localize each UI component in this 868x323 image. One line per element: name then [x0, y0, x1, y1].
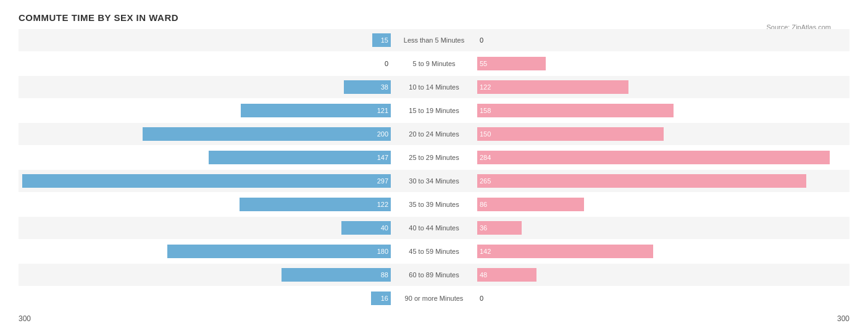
female-value: 48: [480, 271, 487, 279]
axis-labels: 300 300: [19, 314, 849, 323]
male-value: 180: [377, 248, 388, 255]
chart-title: COMMUTE TIME BY SEX IN WARD: [19, 12, 849, 23]
bar-container: 38 10 to 14 Minutes 122: [19, 76, 849, 98]
bar-label: 60 to 89 Minutes: [409, 271, 459, 279]
axis-left: 300: [19, 314, 31, 323]
female-value: 55: [480, 60, 487, 67]
female-value: 86: [480, 201, 487, 208]
left-section: 0: [19, 52, 391, 75]
right-section: 142: [477, 240, 849, 262]
bar-female: 284: [477, 151, 830, 164]
left-section: 38: [19, 76, 391, 98]
female-value: 122: [480, 83, 491, 91]
left-section: 200: [19, 123, 391, 145]
bar-container: 297 30 to 34 Minutes 265: [19, 170, 849, 192]
bar-male: 121: [241, 104, 391, 117]
bar-label: 40 to 44 Minutes: [409, 224, 459, 232]
left-section: 88: [19, 264, 391, 286]
female-value: 0: [480, 36, 483, 44]
male-value: 88: [381, 271, 388, 279]
left-section: 297: [19, 170, 391, 192]
left-section: 147: [19, 146, 391, 169]
right-section: 86: [477, 193, 849, 216]
left-section: 16: [19, 287, 391, 309]
bar-female: 265: [477, 174, 806, 188]
bar-label: 25 to 29 Minutes: [409, 154, 459, 161]
right-section: 36: [477, 217, 849, 239]
left-section: 122: [19, 193, 391, 216]
bar-container: 180 45 to 59 Minutes 142: [19, 240, 849, 262]
bar-male: 15: [372, 33, 391, 47]
bar-container: 88 60 to 89 Minutes 48: [19, 264, 849, 286]
bar-female: 150: [477, 127, 664, 141]
bar-female: 142: [477, 245, 653, 258]
male-value: 122: [377, 201, 388, 208]
chart-row: 88 60 to 89 Minutes 48: [19, 264, 849, 286]
right-section: 265: [477, 170, 849, 192]
bar-container: 0 5 to 9 Minutes 55: [19, 52, 849, 75]
bar-label: 35 to 39 Minutes: [409, 201, 459, 208]
right-section: 0: [477, 29, 849, 51]
chart-row: 147 25 to 29 Minutes 284: [19, 146, 849, 169]
bar-male: 297: [22, 174, 391, 188]
male-value: 40: [381, 224, 388, 232]
chart-row: 122 35 to 39 Minutes 86: [19, 193, 849, 216]
male-value: 147: [377, 154, 388, 161]
bar-container: 200 20 to 24 Minutes 150: [19, 123, 849, 145]
bar-male: 180: [167, 245, 391, 258]
chart-row: 38 10 to 14 Minutes 122: [19, 76, 849, 98]
bar-female: 158: [477, 104, 674, 117]
chart-row: 16 90 or more Minutes 0: [19, 287, 849, 309]
left-section: 40: [19, 217, 391, 239]
chart-row: 0 5 to 9 Minutes 55: [19, 52, 849, 75]
bar-male: 40: [341, 221, 391, 235]
male-value: 121: [377, 107, 388, 114]
bar-label: 90 or more Minutes: [405, 295, 464, 302]
bar-container: 16 90 or more Minutes 0: [19, 287, 849, 309]
bar-label: 45 to 59 Minutes: [409, 248, 459, 255]
bar-container: 121 15 to 19 Minutes 158: [19, 99, 849, 122]
right-section: 284: [477, 146, 849, 169]
right-section: 55: [477, 52, 849, 75]
bar-male: 88: [282, 268, 391, 282]
bar-male: 122: [240, 198, 391, 211]
female-value: 284: [480, 154, 491, 161]
bar-male: 16: [371, 292, 391, 305]
bar-container: 15 Less than 5 Minutes 0: [19, 29, 849, 51]
right-section: 158: [477, 99, 849, 122]
bar-label: 30 to 34 Minutes: [409, 177, 459, 185]
bar-female: 48: [477, 268, 536, 282]
bar-container: 147 25 to 29 Minutes 284: [19, 146, 849, 169]
female-value: 36: [480, 224, 487, 232]
bar-female: 55: [477, 57, 546, 70]
chart-row: 40 40 to 44 Minutes 36: [19, 217, 849, 239]
female-value: 265: [480, 177, 491, 185]
male-value: 15: [381, 36, 388, 44]
bar-female: 36: [477, 221, 522, 235]
bar-female: 122: [477, 80, 628, 94]
female-value: 150: [480, 130, 491, 138]
right-section: 150: [477, 123, 849, 145]
bar-label: 15 to 19 Minutes: [409, 107, 459, 114]
right-section: 122: [477, 76, 849, 98]
bar-label: Less than 5 Minutes: [404, 36, 464, 44]
chart-row: 121 15 to 19 Minutes 158: [19, 99, 849, 122]
female-value: 142: [480, 248, 491, 255]
bar-container: 40 40 to 44 Minutes 36: [19, 217, 849, 239]
bar-male: 38: [344, 80, 391, 94]
bar-label: 20 to 24 Minutes: [409, 130, 459, 138]
bar-female: 86: [477, 198, 584, 211]
female-value: 158: [480, 107, 491, 114]
chart-wrapper: 15 Less than 5 Minutes 0 0 5 to 9 Minute…: [19, 29, 849, 323]
chart-row: 15 Less than 5 Minutes 0: [19, 29, 849, 51]
male-value: 297: [377, 177, 388, 185]
bar-male: 200: [143, 127, 391, 141]
bar-male: 147: [209, 151, 391, 164]
female-value: 0: [480, 295, 483, 302]
bar-label: 10 to 14 Minutes: [409, 83, 459, 91]
axis-right: 300: [837, 314, 849, 323]
left-section: 15: [19, 29, 391, 51]
chart-row: 200 20 to 24 Minutes 150: [19, 123, 849, 145]
chart-row: 297 30 to 34 Minutes 265: [19, 170, 849, 192]
right-section: 0: [477, 287, 849, 309]
